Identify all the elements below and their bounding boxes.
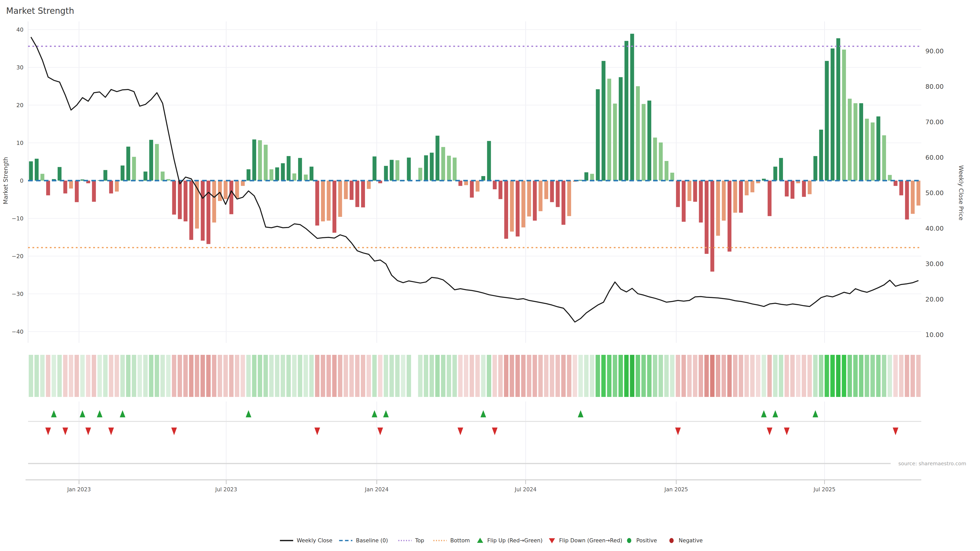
- negative-bar: [332, 181, 336, 233]
- heat-strip-cell: [555, 355, 560, 397]
- chart-canvas: Market Strength Market Strength Weekly C…: [0, 0, 980, 551]
- negative-bar: [533, 181, 537, 221]
- heat-strip-cell: [235, 355, 239, 397]
- heat-strip-cell: [372, 355, 377, 397]
- heat-strip-cell: [435, 355, 440, 397]
- right-tick-label: 80.00: [925, 83, 944, 90]
- negative-bar: [739, 181, 743, 213]
- heat-strip-cell: [664, 355, 669, 397]
- left-tick-label: −20: [12, 253, 24, 259]
- negative-bar: [544, 181, 548, 199]
- heat-strip-cell: [452, 355, 457, 397]
- heat-strip-cell: [905, 355, 909, 397]
- heat-strip-cell: [676, 355, 680, 397]
- negative-bar: [768, 181, 772, 216]
- positive-bar: [418, 168, 422, 181]
- heat-strip-cell: [515, 355, 520, 397]
- left-tick-label: 30: [16, 64, 24, 71]
- heat-strip-cell: [796, 355, 800, 397]
- heat-strip-cell: [424, 355, 428, 397]
- heat-strip-cell: [132, 355, 136, 397]
- heat-strip-cell: [538, 355, 542, 397]
- flip-up-marker: [372, 410, 377, 417]
- heat-strip-cell: [355, 355, 360, 397]
- negative-bar: [115, 181, 119, 192]
- left-tick-label: 40: [16, 27, 24, 33]
- heat-strip-cell: [69, 355, 73, 397]
- negative-bar: [46, 181, 50, 195]
- positive-bar: [252, 140, 256, 181]
- heat-strip-cell: [126, 355, 130, 397]
- heat-strip-cell: [842, 355, 846, 397]
- heat-strip-cell: [441, 355, 445, 397]
- heat-strip-cell: [704, 355, 709, 397]
- positive-bar: [630, 34, 634, 181]
- negative-bar: [75, 181, 79, 202]
- legend-flip-down-icon: [549, 538, 555, 543]
- heat-strip-cell: [75, 355, 79, 397]
- heat-strip-cell: [784, 355, 789, 397]
- heat-strip-cell: [40, 355, 45, 397]
- negative-bar: [550, 181, 554, 202]
- negative-bar: [493, 181, 496, 189]
- legend-flip-up-icon: [477, 538, 483, 543]
- negative-bar: [516, 181, 520, 237]
- heat-strip-cell: [63, 355, 67, 397]
- negative-bar: [218, 181, 222, 201]
- flip-down-marker: [767, 427, 772, 435]
- heat-strip-cell: [476, 355, 480, 397]
- positive-bar: [648, 100, 651, 181]
- negative-bar: [693, 181, 697, 202]
- plot-layers: Jan 2023Jul 2023Jan 2024Jul 2024Jan 2025…: [12, 21, 944, 544]
- positive-bar: [584, 172, 588, 181]
- positive-bar: [865, 119, 869, 181]
- heat-strip-cell: [533, 355, 537, 397]
- heat-strip-cell: [458, 355, 463, 397]
- positive-bar: [590, 174, 594, 181]
- negative-bar: [350, 181, 353, 200]
- positive-bar: [384, 166, 388, 181]
- right-tick-label: 20.00: [925, 295, 944, 303]
- left-tick-label: −40: [12, 329, 24, 335]
- market-strength-chart: Market Strength Market Strength Weekly C…: [0, 0, 980, 551]
- positive-bar: [831, 48, 835, 181]
- heat-strip-cell: [870, 355, 875, 397]
- flip-down-marker: [108, 427, 114, 435]
- heat-strip-cell: [527, 355, 531, 397]
- heat-strip-cell: [750, 355, 755, 397]
- heat-strip-cell: [791, 355, 795, 397]
- flip-down-marker: [45, 427, 51, 435]
- heat-strip-cell: [584, 355, 589, 397]
- heat-strip-cell: [103, 355, 107, 397]
- positive-bar: [619, 77, 623, 181]
- heat-strip-cell: [407, 355, 411, 397]
- negative-bar: [355, 181, 359, 207]
- positive-bar: [103, 170, 107, 181]
- negative-bar: [338, 181, 342, 217]
- chart-title: Market Strength: [6, 6, 74, 16]
- heat-strip-cell: [596, 355, 600, 397]
- heat-strip-cell: [298, 355, 302, 397]
- positive-bar: [836, 38, 840, 181]
- right-tick-label: 90.00: [925, 48, 944, 55]
- heat-strip-cell: [521, 355, 525, 397]
- flip-up-marker: [246, 410, 251, 417]
- heat-strip-cell: [899, 355, 904, 397]
- heat-strip-cell: [779, 355, 783, 397]
- heat-strip-cell: [716, 355, 720, 397]
- heat-strip-cell: [321, 355, 325, 397]
- x-tick-label: Jul 2023: [215, 486, 237, 492]
- legend-dot-icon: [670, 538, 674, 543]
- positive-bar: [247, 169, 250, 181]
- heat-strip-cell: [281, 355, 285, 397]
- negative-bar: [911, 181, 915, 214]
- negative-bar: [69, 181, 73, 189]
- negative-bar: [791, 181, 794, 199]
- heat-strip-cell: [315, 355, 319, 397]
- legend-label: Bottom: [450, 537, 470, 544]
- heat-strip-cell: [115, 355, 119, 397]
- heat-strip-cell: [183, 355, 188, 397]
- heat-strip-cell: [630, 355, 634, 397]
- heat-strip-cell: [573, 355, 577, 397]
- heat-strip-cell: [647, 355, 652, 397]
